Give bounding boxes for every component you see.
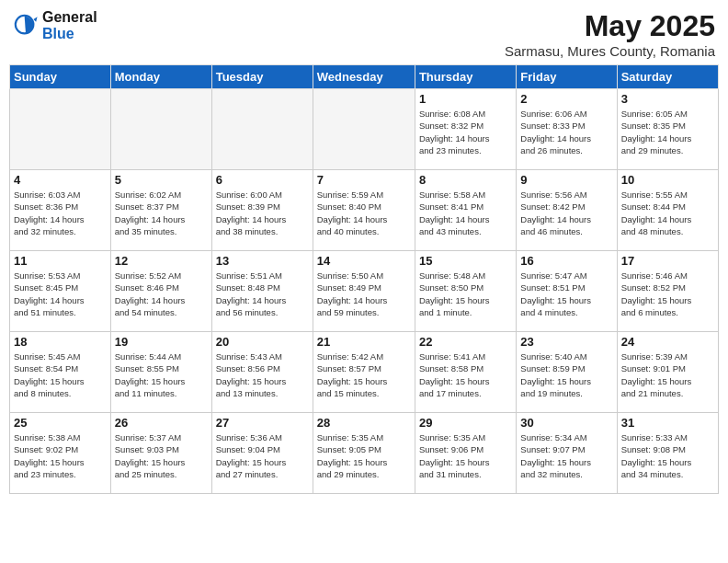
calendar-day: 27Sunrise: 5:36 AM Sunset: 9:04 PM Dayli… bbox=[211, 413, 313, 494]
day-header-wednesday: Wednesday bbox=[313, 65, 415, 89]
day-info: Sunrise: 5:58 AM Sunset: 8:41 PM Dayligh… bbox=[419, 189, 512, 237]
week-row-2: 4Sunrise: 6:03 AM Sunset: 8:36 PM Daylig… bbox=[10, 170, 719, 251]
day-number: 28 bbox=[317, 416, 411, 430]
day-info: Sunrise: 5:40 AM Sunset: 8:59 PM Dayligh… bbox=[520, 350, 612, 399]
day-info: Sunrise: 5:43 AM Sunset: 8:56 PM Dayligh… bbox=[216, 350, 309, 399]
day-number: 16 bbox=[520, 254, 612, 268]
day-info: Sunrise: 5:56 AM Sunset: 8:42 PM Dayligh… bbox=[520, 189, 612, 237]
day-number: 12 bbox=[115, 254, 208, 268]
calendar-day bbox=[10, 89, 111, 170]
day-info: Sunrise: 5:38 AM Sunset: 9:02 PM Dayligh… bbox=[14, 431, 107, 480]
day-info: Sunrise: 5:36 AM Sunset: 9:04 PM Dayligh… bbox=[216, 431, 309, 480]
day-number: 26 bbox=[115, 416, 208, 430]
day-number: 31 bbox=[621, 416, 714, 430]
calendar-day: 19Sunrise: 5:44 AM Sunset: 8:55 PM Dayli… bbox=[110, 332, 211, 413]
calendar-day: 20Sunrise: 5:43 AM Sunset: 8:56 PM Dayli… bbox=[211, 332, 313, 413]
calendar-day: 5Sunrise: 6:02 AM Sunset: 8:37 PM Daylig… bbox=[110, 170, 211, 251]
day-number: 10 bbox=[621, 173, 714, 187]
logo-text: General Blue bbox=[42, 9, 97, 41]
day-info: Sunrise: 5:46 AM Sunset: 8:52 PM Dayligh… bbox=[621, 270, 714, 318]
day-header-monday: Monday bbox=[110, 65, 211, 89]
day-info: Sunrise: 5:50 AM Sunset: 8:49 PM Dayligh… bbox=[317, 270, 411, 318]
day-number: 22 bbox=[419, 335, 512, 349]
logo-general: General bbox=[42, 9, 97, 26]
week-row-5: 25Sunrise: 5:38 AM Sunset: 9:02 PM Dayli… bbox=[10, 413, 719, 494]
calendar-day: 9Sunrise: 5:56 AM Sunset: 8:42 PM Daylig… bbox=[517, 170, 617, 251]
day-info: Sunrise: 6:00 AM Sunset: 8:39 PM Dayligh… bbox=[216, 189, 309, 237]
day-info: Sunrise: 5:55 AM Sunset: 8:44 PM Dayligh… bbox=[621, 189, 714, 237]
calendar-day: 21Sunrise: 5:42 AM Sunset: 8:57 PM Dayli… bbox=[313, 332, 415, 413]
calendar-title: May 2025 bbox=[505, 9, 715, 43]
calendar-day: 28Sunrise: 5:35 AM Sunset: 9:05 PM Dayli… bbox=[313, 413, 415, 494]
logo-blue: Blue bbox=[42, 26, 97, 42]
week-row-3: 11Sunrise: 5:53 AM Sunset: 8:45 PM Dayli… bbox=[10, 251, 719, 332]
title-area: May 2025 Sarmasu, Mures County, Romania bbox=[505, 9, 715, 59]
day-number: 4 bbox=[14, 173, 107, 187]
day-info: Sunrise: 5:37 AM Sunset: 9:03 PM Dayligh… bbox=[115, 431, 208, 480]
day-number: 25 bbox=[14, 416, 107, 430]
day-info: Sunrise: 6:02 AM Sunset: 8:37 PM Dayligh… bbox=[115, 189, 208, 237]
calendar-day: 18Sunrise: 5:45 AM Sunset: 8:54 PM Dayli… bbox=[10, 332, 111, 413]
day-number: 23 bbox=[520, 335, 612, 349]
calendar-day: 7Sunrise: 5:59 AM Sunset: 8:40 PM Daylig… bbox=[313, 170, 415, 251]
day-info: Sunrise: 5:52 AM Sunset: 8:46 PM Dayligh… bbox=[115, 270, 208, 318]
day-number: 6 bbox=[216, 173, 309, 187]
calendar-day: 8Sunrise: 5:58 AM Sunset: 8:41 PM Daylig… bbox=[415, 170, 516, 251]
calendar-day: 11Sunrise: 5:53 AM Sunset: 8:45 PM Dayli… bbox=[10, 251, 111, 332]
calendar-day: 3Sunrise: 6:05 AM Sunset: 8:35 PM Daylig… bbox=[617, 89, 718, 170]
days-header-row: SundayMondayTuesdayWednesdayThursdayFrid… bbox=[10, 65, 719, 89]
calendar-day: 26Sunrise: 5:37 AM Sunset: 9:03 PM Dayli… bbox=[110, 413, 211, 494]
day-number: 13 bbox=[216, 254, 309, 268]
calendar-day: 12Sunrise: 5:52 AM Sunset: 8:46 PM Dayli… bbox=[110, 251, 211, 332]
calendar-day: 6Sunrise: 6:00 AM Sunset: 8:39 PM Daylig… bbox=[211, 170, 313, 251]
week-row-1: 1Sunrise: 6:08 AM Sunset: 8:32 PM Daylig… bbox=[10, 89, 719, 170]
week-row-4: 18Sunrise: 5:45 AM Sunset: 8:54 PM Dayli… bbox=[10, 332, 719, 413]
logo: General Blue bbox=[13, 9, 97, 41]
day-number: 14 bbox=[317, 254, 411, 268]
calendar-day bbox=[313, 89, 415, 170]
day-info: Sunrise: 5:39 AM Sunset: 9:01 PM Dayligh… bbox=[621, 350, 714, 399]
day-info: Sunrise: 5:45 AM Sunset: 8:54 PM Dayligh… bbox=[14, 350, 107, 399]
day-info: Sunrise: 5:59 AM Sunset: 8:40 PM Dayligh… bbox=[317, 189, 411, 237]
day-number: 2 bbox=[520, 92, 612, 106]
day-header-thursday: Thursday bbox=[415, 65, 516, 89]
logo-icon bbox=[13, 13, 39, 39]
day-info: Sunrise: 5:53 AM Sunset: 8:45 PM Dayligh… bbox=[14, 270, 107, 318]
day-number: 29 bbox=[419, 416, 512, 430]
day-header-saturday: Saturday bbox=[617, 65, 718, 89]
day-number: 19 bbox=[115, 335, 208, 349]
calendar-day: 31Sunrise: 5:33 AM Sunset: 9:08 PM Dayli… bbox=[617, 413, 718, 494]
day-info: Sunrise: 5:47 AM Sunset: 8:51 PM Dayligh… bbox=[520, 270, 612, 318]
day-number: 18 bbox=[14, 335, 107, 349]
day-info: Sunrise: 5:35 AM Sunset: 9:05 PM Dayligh… bbox=[317, 431, 411, 480]
calendar-day bbox=[211, 89, 313, 170]
calendar-day: 23Sunrise: 5:40 AM Sunset: 8:59 PM Dayli… bbox=[517, 332, 617, 413]
day-info: Sunrise: 5:48 AM Sunset: 8:50 PM Dayligh… bbox=[419, 270, 512, 318]
day-info: Sunrise: 5:51 AM Sunset: 8:48 PM Dayligh… bbox=[216, 270, 309, 318]
day-info: Sunrise: 5:34 AM Sunset: 9:07 PM Dayligh… bbox=[520, 431, 612, 480]
day-number: 1 bbox=[419, 92, 512, 106]
calendar-day: 29Sunrise: 5:35 AM Sunset: 9:06 PM Dayli… bbox=[415, 413, 516, 494]
day-number: 15 bbox=[419, 254, 512, 268]
calendar-day: 25Sunrise: 5:38 AM Sunset: 9:02 PM Dayli… bbox=[10, 413, 111, 494]
day-number: 17 bbox=[621, 254, 714, 268]
day-number: 8 bbox=[419, 173, 512, 187]
day-number: 24 bbox=[621, 335, 714, 349]
calendar-day bbox=[110, 89, 211, 170]
day-header-sunday: Sunday bbox=[10, 65, 111, 89]
calendar-day: 4Sunrise: 6:03 AM Sunset: 8:36 PM Daylig… bbox=[10, 170, 111, 251]
day-number: 21 bbox=[317, 335, 411, 349]
day-info: Sunrise: 6:03 AM Sunset: 8:36 PM Dayligh… bbox=[14, 189, 107, 237]
calendar-day: 30Sunrise: 5:34 AM Sunset: 9:07 PM Dayli… bbox=[517, 413, 617, 494]
day-number: 9 bbox=[520, 173, 612, 187]
page-header: General Blue May 2025 Sarmasu, Mures Cou… bbox=[9, 9, 719, 59]
day-number: 20 bbox=[216, 335, 309, 349]
day-info: Sunrise: 5:42 AM Sunset: 8:57 PM Dayligh… bbox=[317, 350, 411, 399]
calendar-day: 13Sunrise: 5:51 AM Sunset: 8:48 PM Dayli… bbox=[211, 251, 313, 332]
day-info: Sunrise: 5:33 AM Sunset: 9:08 PM Dayligh… bbox=[621, 431, 714, 480]
day-info: Sunrise: 5:44 AM Sunset: 8:55 PM Dayligh… bbox=[115, 350, 208, 399]
day-header-friday: Friday bbox=[517, 65, 617, 89]
day-number: 11 bbox=[14, 254, 107, 268]
calendar-day: 10Sunrise: 5:55 AM Sunset: 8:44 PM Dayli… bbox=[617, 170, 718, 251]
day-info: Sunrise: 5:41 AM Sunset: 8:58 PM Dayligh… bbox=[419, 350, 512, 399]
